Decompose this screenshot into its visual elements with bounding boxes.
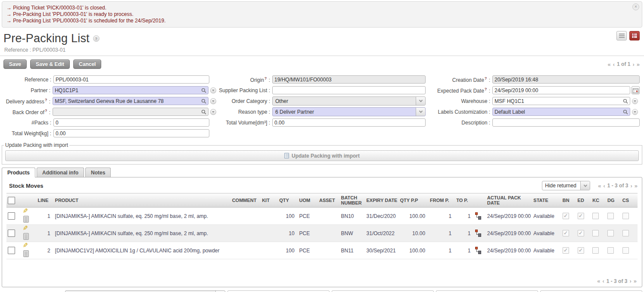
cancel-button[interactable]: Cancel <box>73 59 101 69</box>
ed-checkbox: ✓ <box>578 247 584 254</box>
reason-type-select[interactable]: 6 Deliver Partner <box>272 107 426 116</box>
document-icon[interactable] <box>23 233 29 240</box>
table-row[interactable]: ✎ 1 [DINJAMIK5A-] AMIKACIN sulfate, eq. … <box>6 225 638 242</box>
first-page-icon[interactable]: « <box>597 278 600 284</box>
last-record-icon[interactable]: » <box>637 61 640 68</box>
next-record-icon[interactable]: › <box>632 61 634 68</box>
tab-products[interactable]: Products <box>2 168 35 177</box>
row-checkbox[interactable] <box>8 247 15 254</box>
search-icon[interactable] <box>623 99 628 104</box>
column-bn[interactable]: BN <box>561 193 576 208</box>
expected-pack-date-field[interactable] <box>492 86 630 94</box>
last-page-icon[interactable]: » <box>634 278 637 284</box>
close-icon[interactable]: × <box>632 3 639 10</box>
edit-pencil-icon[interactable]: ✎ <box>21 242 29 248</box>
delivery-address-field[interactable] <box>53 97 208 105</box>
column-qty-pp[interactable]: QTY P.P <box>399 193 429 208</box>
list-view-button[interactable] <box>616 31 627 40</box>
column-dg[interactable]: DG <box>606 193 621 208</box>
record-pager: « ‹ 1 of 1 › » <box>608 61 640 68</box>
chevron-down-icon[interactable] <box>210 109 216 115</box>
reference-field[interactable] <box>53 75 209 84</box>
partner-field[interactable] <box>53 86 208 94</box>
search-icon[interactable] <box>201 99 206 104</box>
save-button[interactable]: Save <box>3 59 27 69</box>
column-product[interactable]: PRODUCT <box>54 193 231 208</box>
help-icon[interactable]: ? <box>93 35 100 42</box>
cell-comment <box>231 225 261 242</box>
column-expiry-date[interactable]: EXPIRY DATE <box>365 193 399 208</box>
cell-uom: PCE <box>298 242 318 259</box>
chevron-down-icon <box>416 108 425 116</box>
document-icon[interactable] <box>23 216 29 223</box>
search-icon[interactable] <box>201 109 206 115</box>
total-weight-field[interactable] <box>53 129 209 137</box>
column-uom[interactable]: UOM <box>298 193 318 208</box>
document-icon[interactable] <box>23 250 29 257</box>
back-order-field[interactable] <box>53 108 208 116</box>
packs-field[interactable] <box>53 118 209 127</box>
tab-notes[interactable]: Notes <box>85 168 111 177</box>
prev-record-icon[interactable]: ‹ <box>613 61 615 68</box>
form-view-button[interactable] <box>629 31 640 40</box>
dg-checkbox <box>607 230 614 236</box>
row-checkbox[interactable] <box>8 230 15 237</box>
row-checkbox[interactable] <box>8 212 15 220</box>
column-comment[interactable]: COMMENT <box>231 193 261 208</box>
column-asset[interactable]: ASSET <box>318 193 340 208</box>
change-pack-icon[interactable] <box>475 247 481 254</box>
next-page-icon[interactable]: › <box>629 278 631 284</box>
change-pack-icon[interactable] <box>475 230 481 237</box>
return-products-button[interactable]: ↩ Return Products... <box>227 290 330 292</box>
change-pack-icon[interactable] <box>475 212 481 220</box>
order-category-select[interactable]: Other <box>272 96 426 106</box>
chevron-down-icon[interactable] <box>632 98 638 104</box>
column-actual-pack-date[interactable]: ACTUAL PACK DATE <box>486 193 532 208</box>
save-edit-button[interactable]: Save & Edit <box>30 59 70 69</box>
column-ed[interactable]: ED <box>576 193 591 208</box>
next-page-icon[interactable]: › <box>630 183 632 189</box>
last-page-icon[interactable]: » <box>635 183 638 189</box>
table-row[interactable]: ✎ 2 [DINJAMOC1V2] AMOXICILLIN 1g / CLAVU… <box>6 242 638 259</box>
pack-button[interactable]: Pack... <box>540 290 642 292</box>
chevron-down-icon[interactable] <box>210 87 216 93</box>
first-record-icon[interactable]: « <box>608 61 611 68</box>
search-icon[interactable] <box>201 88 206 93</box>
notification-message: → Picking Ticket 'PICK/00003-01' is clos… <box>6 5 631 11</box>
warehouse-field[interactable] <box>492 97 630 105</box>
prev-page-icon[interactable]: ‹ <box>602 278 604 284</box>
description-field[interactable] <box>492 118 640 127</box>
hide-returned-filter[interactable]: Hide returned <box>542 181 590 190</box>
select-all-checkbox[interactable] <box>8 197 15 204</box>
column-state[interactable]: STATE <box>532 193 561 208</box>
prev-page-icon[interactable]: ‹ <box>603 183 605 189</box>
tab-additional-info[interactable]: Additional info <box>37 168 84 177</box>
cell-uom: PCE <box>298 225 318 242</box>
column-line[interactable]: LINE <box>37 193 54 208</box>
column-kc[interactable]: KC <box>591 193 606 208</box>
table-row[interactable]: ✎ 1 [DINJAMIK5A-] AMIKACIN sulfate, eq. … <box>6 208 638 225</box>
first-page-icon[interactable]: « <box>598 183 601 189</box>
pack-lines-button[interactable]: Pack Lines... <box>332 290 434 292</box>
check-integrity-button[interactable]: i Check Integrity <box>436 290 538 292</box>
column-qty[interactable]: QTY <box>278 193 298 208</box>
total-volume-field[interactable] <box>272 118 426 127</box>
column-cs[interactable]: CS <box>621 193 638 208</box>
column-from-p[interactable]: FROM P. <box>429 193 455 208</box>
state-select[interactable]: Available <box>65 290 225 292</box>
supplier-packing-list-field[interactable] <box>272 86 426 94</box>
partner-label: Partner : <box>0 87 53 93</box>
chevron-down-icon[interactable] <box>632 109 638 115</box>
help-icon: ? <box>264 76 267 81</box>
bn-checkbox: ✓ <box>563 213 569 219</box>
column-batch-number[interactable]: BATCH NUMBER <box>340 193 365 208</box>
calendar-icon[interactable] <box>632 86 640 94</box>
edit-pencil-icon[interactable]: ✎ <box>21 208 29 213</box>
edit-pencil-icon[interactable]: ✎ <box>21 225 29 230</box>
labels-customization-field[interactable] <box>492 108 630 116</box>
chevron-down-icon[interactable] <box>210 98 216 104</box>
update-packing-import-button[interactable]: Update Packing with import <box>5 150 639 161</box>
column-to-p[interactable]: TO P. <box>455 193 474 208</box>
search-icon[interactable] <box>623 109 628 115</box>
column-kit[interactable]: KIT <box>261 193 278 208</box>
